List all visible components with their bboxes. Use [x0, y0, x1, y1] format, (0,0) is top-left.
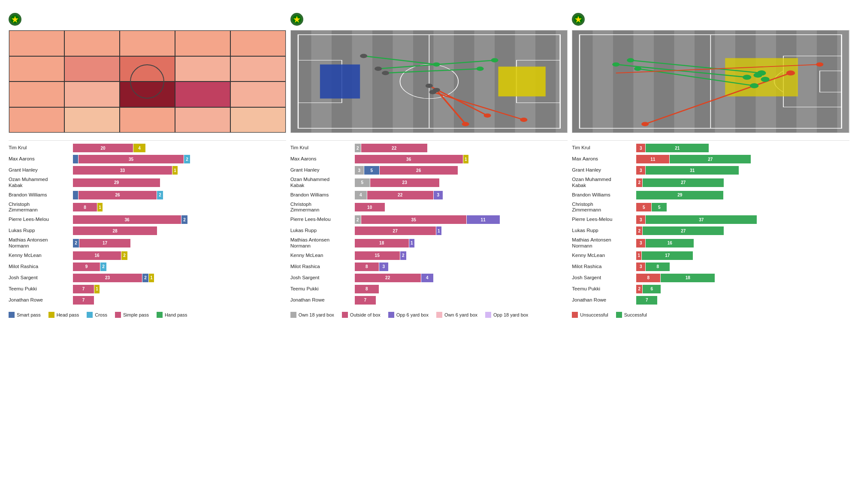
bar-container: 8 [355, 285, 568, 293]
heatmap-cell [64, 56, 120, 82]
player-row: Ozan Muhammed Kabak29 [9, 177, 286, 189]
player-row: Lukas Rupp227 [572, 226, 849, 235]
heatmap-cell [230, 30, 286, 56]
player-name: Christoph Zimmermann [9, 202, 73, 214]
heatmap-cell [9, 56, 64, 82]
bar-segment: 37 [646, 215, 757, 224]
svg-rect-25 [498, 66, 545, 96]
player-row: Kenny McLean152 [290, 251, 568, 260]
bar-container: 2321 [73, 274, 286, 282]
legend-color-swatch [572, 312, 578, 318]
player-name: Mathias Antonsen Normann [572, 237, 636, 249]
legend-label: Own 6 yard box [444, 312, 477, 317]
svg-point-73 [634, 66, 642, 71]
player-row: Josh Sargent818 [572, 273, 849, 283]
pass-outcome-label [572, 139, 849, 141]
crosses-legend: UnsuccessfulSuccessful [572, 312, 849, 318]
svg-rect-65 [725, 58, 798, 96]
bar-container: 3526 [355, 166, 568, 175]
player-name: Brandon Williams [290, 192, 355, 198]
bar-container: 227 [636, 226, 849, 235]
main-container: Tim Krul204Max Aarons352Grant Hanley331O… [0, 0, 858, 331]
bar-segment: 3 [355, 166, 364, 175]
bar-segment: 18 [661, 274, 715, 282]
bar-segment: 15 [355, 251, 400, 260]
svg-rect-10 [393, 30, 413, 133]
bar-segment: 11 [636, 155, 669, 163]
bar-segment: 10 [355, 203, 385, 211]
heatmap-cell [120, 81, 175, 107]
crosses-title [572, 13, 849, 26]
bar-container: 55 [636, 203, 849, 211]
player-name: Lukas Rupp [572, 228, 636, 234]
pass-zones-title [9, 13, 286, 26]
bar-segment: 8 [636, 274, 660, 282]
player-row: Pierre Lees-Melou337 [572, 215, 849, 224]
player-row: Grant Hanley331 [572, 166, 849, 175]
player-name: Max Aarons [290, 156, 355, 162]
bar-segment: 2 [400, 251, 406, 260]
bar-segment: 1 [172, 166, 178, 175]
legend-item: Own 6 yard box [436, 312, 477, 318]
bar-segment: 36 [355, 155, 463, 163]
heatmap-cell [120, 56, 175, 82]
player-name: Milot Rashica [572, 264, 636, 270]
bar-segment: 1 [436, 226, 441, 235]
player-row: Ozan Muhammed Kabak227 [572, 177, 849, 189]
bar-segment: 1 [463, 155, 468, 163]
player-name: Grant Hanley [572, 167, 636, 173]
player-name: Teemu Pukki [290, 286, 355, 292]
bar-container: 81 [73, 203, 286, 211]
player-row: Christoph Zimmermann81 [9, 202, 286, 214]
heatmap-cell [230, 107, 286, 133]
bar-segment: 2 [157, 191, 163, 199]
svg-rect-11 [413, 30, 434, 133]
svg-point-29 [491, 58, 498, 62]
svg-point-33 [483, 113, 491, 118]
heatmap-cell [9, 30, 64, 56]
player-name: Mathias Antonsen Normann [290, 237, 355, 249]
legend-label: Smart pass [17, 312, 41, 317]
player-name: Brandon Williams [9, 192, 73, 198]
player-name: Max Aarons [9, 156, 73, 162]
svg-rect-5 [291, 30, 311, 133]
svg-point-80 [761, 77, 770, 82]
legend-color-swatch [157, 312, 163, 318]
svg-point-82 [757, 70, 766, 75]
svg-rect-52 [674, 30, 695, 133]
bar-container: 7 [636, 296, 849, 305]
svg-rect-60 [837, 30, 849, 133]
svg-rect-48 [593, 30, 613, 133]
bar-container: 1127 [636, 155, 849, 163]
pass-type-legend: Smart passHead passCrossSimple passHand … [9, 312, 286, 318]
norwich-badge-1 [9, 13, 21, 26]
player-row: Kenny McLean117 [572, 251, 849, 260]
bar-container: 10 [355, 203, 568, 211]
bar-segment: 8 [355, 285, 379, 293]
legend-color-swatch [342, 312, 348, 318]
heatmap-cell [64, 81, 120, 107]
player-row: Tim Krul321 [572, 143, 849, 153]
bar-container: 117 [636, 251, 849, 260]
bar-segment: 8 [355, 263, 379, 271]
crosses-bars: Tim Krul321Max Aarons1127Grant Hanley331… [572, 143, 849, 307]
svg-point-38 [360, 54, 367, 58]
bar-container: 4223 [355, 191, 568, 199]
legend-color-swatch [485, 312, 491, 318]
player-name: Christoph Zimmermann [290, 202, 355, 214]
player-row: Teemu Pukki26 [572, 284, 849, 294]
heatmap-cell [175, 30, 230, 56]
player-row: Milot Rashica38 [572, 262, 849, 272]
player-row: Jonathan Rowe7 [9, 296, 286, 305]
bar-segment: 7 [355, 296, 376, 305]
legend-label: Hand pass [165, 312, 187, 317]
bar-segment: 3 [636, 215, 645, 224]
svg-point-37 [520, 118, 527, 122]
svg-point-79 [750, 83, 758, 88]
legend-label: Unsuccessful [580, 312, 608, 317]
crosses-panel: Tim Krul321Max Aarons1127Grant Hanley331… [572, 13, 849, 318]
bar-container: 7 [355, 296, 568, 305]
player-name: Mathias Antonsen Normann [9, 237, 73, 249]
player-name: Josh Sargent [290, 275, 355, 281]
svg-point-31 [476, 66, 483, 71]
